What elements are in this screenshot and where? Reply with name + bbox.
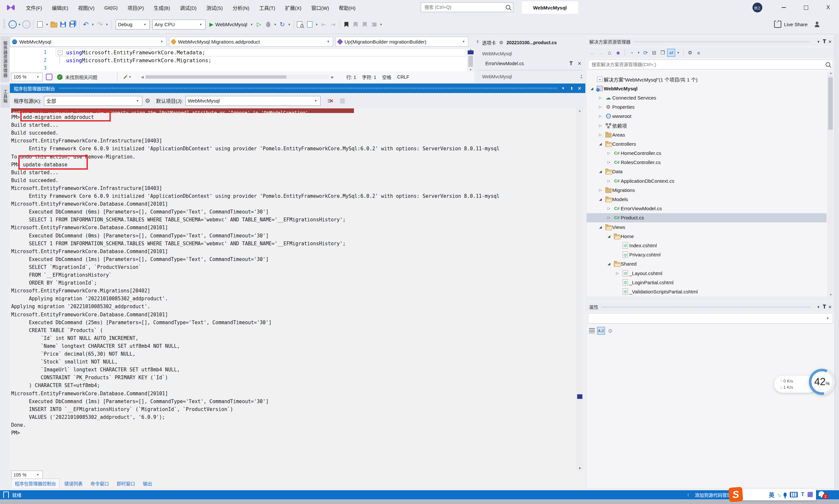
- bookmark-window-button[interactable]: [370, 19, 378, 30]
- tree-item-home[interactable]: ◢Home: [587, 232, 826, 241]
- ime-language-toggle[interactable]: 英: [769, 490, 774, 499]
- expand-arrow-icon[interactable]: ◢: [596, 169, 604, 174]
- toolbar-grip[interactable]: [3, 20, 5, 30]
- menu-f[interactable]: 文件(F): [21, 0, 47, 15]
- hscroll-right-arrow[interactable]: ▶: [331, 75, 334, 79]
- se-home-button[interactable]: ⌂: [606, 49, 613, 57]
- live-share-button[interactable]: Live Share: [774, 15, 819, 33]
- undo-button[interactable]: ↶: [82, 19, 90, 30]
- expand-arrow-icon[interactable]: ▷: [605, 206, 613, 211]
- se-search-input[interactable]: [591, 61, 825, 68]
- ime-keyboard-icon[interactable]: [790, 492, 798, 498]
- close-tab-icon[interactable]: ✕: [577, 61, 581, 66]
- menu-s[interactable]: 测试(S): [202, 0, 228, 15]
- start-debug-button[interactable]: ▶ WebMvcMysql ▼: [209, 19, 254, 30]
- account-avatar[interactable]: 创上: [752, 3, 762, 13]
- pmc-close-icon[interactable]: ✕: [577, 86, 581, 91]
- pin-tab-icon[interactable]: [571, 62, 572, 65]
- search-input[interactable]: [424, 4, 506, 10]
- new-project-button[interactable]: [36, 19, 44, 30]
- menu-v[interactable]: 视图(V): [73, 0, 99, 15]
- document-tab-errorviewmodel[interactable]: ErrorViewModel.cs ✕: [475, 59, 585, 68]
- solution-configuration-combo[interactable]: Debug▼: [116, 20, 150, 30]
- autohide-tab[interactable]: 工具箱: [1, 85, 10, 108]
- code-cleanup-icon[interactable]: [124, 75, 127, 78]
- properties-pin-icon[interactable]: [824, 306, 825, 308]
- new-project-dropdown[interactable]: ▼: [46, 23, 49, 26]
- default-project-combo[interactable]: WebMvcMysql▼: [186, 96, 320, 106]
- pmc-title-bar[interactable]: 程序包管理器控制台 ▼ ✕: [10, 84, 585, 93]
- autohide-tab[interactable]: 服务器资源管理器: [1, 36, 10, 82]
- expand-arrow-icon[interactable]: ◢: [596, 225, 604, 229]
- restart-app-button[interactable]: ↻: [278, 19, 286, 30]
- properties-close-icon[interactable]: ✕: [828, 305, 832, 309]
- background-tasks-icon[interactable]: [3, 491, 9, 498]
- se-properties-button[interactable]: ⚙: [686, 49, 694, 57]
- find-in-files-button[interactable]: [296, 19, 305, 30]
- menu-t[interactable]: 工具(T): [254, 0, 280, 15]
- tree-item-webmvcmysql11[interactable]: ∞解决方案"WebMvcMysql"(1 个项目/共 1 个): [587, 75, 826, 84]
- expand-arrow-icon[interactable]: ▷: [596, 133, 604, 137]
- tree-item-errorviewmodel.cs[interactable]: ▷C#ErrorViewModel.cs: [587, 204, 826, 213]
- document-health-icon[interactable]: [46, 74, 52, 80]
- close-button[interactable]: X: [821, 0, 836, 15]
- se-vertical-scrollbar[interactable]: ▲ ▼: [827, 71, 834, 296]
- navigate-forward-button[interactable]: →: [22, 19, 31, 30]
- ime-punctuation-toggle[interactable]: ·,: [778, 492, 781, 497]
- expand-arrow-icon[interactable]: ▷: [596, 188, 604, 192]
- expand-arrow-icon[interactable]: ▷: [605, 179, 613, 183]
- expand-arrow-icon[interactable]: ◢: [605, 262, 613, 266]
- properties-object-combo[interactable]: ▼: [588, 313, 833, 324]
- scroll-down-arrow[interactable]: ▼: [467, 68, 474, 71]
- categorized-view-button[interactable]: [588, 327, 596, 335]
- nav-type-combo[interactable]: WebMvcMysql.Migrations.addproduct▼: [169, 37, 333, 47]
- se-scroll-up[interactable]: ▲: [827, 71, 834, 75]
- quick-search-box[interactable]: [421, 2, 513, 12]
- tab-well-settings-icon[interactable]: ⚙: [499, 40, 503, 45]
- save-all-button[interactable]: [68, 19, 77, 30]
- se-sync-active-document-button[interactable]: ⇄: [667, 49, 675, 57]
- tree-item-homecontroller.cs[interactable]: ▷C#HomeController.cs: [587, 149, 826, 158]
- tree-item-index.cshtml[interactable]: @Index.cshtml: [587, 241, 826, 250]
- tree-item-_validationscriptspartial.cshtml[interactable]: @_ValidationScriptsPartial.cshtml: [587, 287, 826, 296]
- menu-p[interactable]: 项目(P): [123, 0, 149, 15]
- tree-item-connectedservices[interactable]: ▷☁Connected Services: [587, 93, 826, 102]
- se-scroll-thumb[interactable]: [828, 77, 833, 130]
- navigate-back-dropdown[interactable]: ▼: [18, 23, 21, 26]
- tree-item-properties[interactable]: ▷⚙Properties: [587, 103, 826, 112]
- panel-tab-inactive[interactable]: 命令窗口: [87, 479, 112, 488]
- menu-n[interactable]: 分析(N): [228, 0, 254, 15]
- minimize-button[interactable]: [776, 0, 791, 15]
- step-buttons[interactable]: ⇥: [329, 19, 337, 30]
- restart-dropdown[interactable]: ▼: [288, 23, 291, 26]
- editor-vertical-scrollbar[interactable]: ▲ ▼: [467, 48, 474, 71]
- panel-tab-active[interactable]: 程序包管理器控制台: [11, 479, 60, 488]
- scrollbar-thumb[interactable]: [468, 56, 473, 67]
- ime-logo-icon[interactable]: S: [729, 487, 743, 502]
- properties-header[interactable]: 属性 ▼ ✕: [587, 302, 834, 312]
- redo-dropdown[interactable]: ▼: [106, 23, 108, 26]
- tree-item-applicationdbcontext.cs[interactable]: ▷C#ApplicationDbContext.cs: [587, 176, 826, 185]
- expand-arrow-icon[interactable]: ▷: [605, 160, 613, 164]
- start-without-debug-button[interactable]: ▷: [255, 19, 263, 30]
- menu-gitg[interactable]: Git(G): [99, 0, 123, 15]
- open-file-button[interactable]: [50, 19, 58, 30]
- pmc-vertical-scrollbar[interactable]: ▲ ▼: [576, 108, 583, 471]
- package-source-settings-icon[interactable]: ⚙: [145, 97, 150, 105]
- se-pending-changes-filter-button[interactable]: ◔: [628, 49, 635, 57]
- hscroll-left-arrow[interactable]: ◀: [141, 75, 143, 79]
- se-preview-button[interactable]: ≡: [695, 49, 703, 57]
- se-back-button[interactable]: ←: [589, 49, 596, 57]
- nav-project-combo[interactable]: WebMvcMysql▼: [10, 37, 167, 47]
- tree-item-migrations[interactable]: ▷Migrations: [587, 185, 826, 195]
- editor-horizontal-scrollbar[interactable]: [145, 75, 329, 79]
- property-pages-button[interactable]: ⚙: [606, 327, 614, 335]
- ime-microphone-icon[interactable]: [784, 492, 787, 497]
- console-output[interactable]: entity with. Otherwise ignore the proper…: [10, 108, 576, 471]
- bookmark-overflow[interactable]: ▼: [380, 23, 383, 26]
- expand-arrow-icon[interactable]: ▷: [605, 215, 613, 220]
- tree-item-product.cs[interactable]: ▷C#Product.cs: [587, 213, 826, 222]
- code-fold-toggle[interactable]: −: [58, 50, 63, 55]
- tree-item-views[interactable]: ◢Views: [587, 222, 826, 232]
- toggle-bookmark-button[interactable]: [342, 19, 351, 30]
